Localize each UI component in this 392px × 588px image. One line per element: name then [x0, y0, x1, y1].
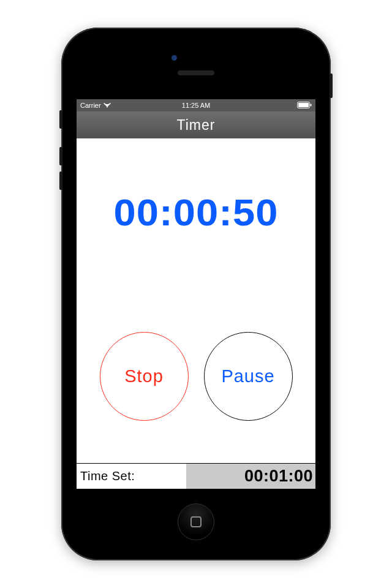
camera-dot: [172, 55, 177, 61]
stop-button-label: Stop: [124, 366, 164, 386]
page-title: Timer: [177, 117, 216, 134]
footer-bar: Time Set: 00:01:00: [77, 463, 315, 489]
time-set-label: Time Set:: [77, 464, 186, 489]
wifi-icon: [104, 102, 111, 109]
carrier-label: Carrier: [80, 102, 101, 109]
volume-down-button: [59, 172, 62, 190]
phone-frame: Carrier 11:25 AM Timer 00:00:50 Stop: [61, 28, 331, 560]
home-button[interactable]: [178, 503, 214, 540]
battery-icon: [297, 102, 312, 110]
pause-button[interactable]: Pause: [204, 332, 293, 421]
home-icon: [190, 516, 202, 527]
svg-rect-2: [311, 104, 312, 106]
timer-display: 00:00:50: [70, 190, 322, 234]
svg-rect-1: [298, 103, 309, 107]
stop-button[interactable]: Stop: [100, 332, 189, 421]
buttons-row: Stop Pause: [77, 332, 315, 421]
status-time: 11:25 AM: [182, 102, 210, 109]
silence-switch: [59, 110, 62, 129]
speaker-slot: [178, 70, 214, 75]
phone-bezel-top: [67, 34, 325, 99]
volume-up-button: [59, 147, 62, 165]
status-left: Carrier: [80, 102, 111, 109]
time-set-value[interactable]: 00:01:00: [186, 464, 315, 489]
screen: Carrier 11:25 AM Timer 00:00:50 Stop: [77, 99, 315, 489]
content: 00:00:50 Stop Pause Time Set: 00:01:00: [77, 138, 315, 489]
phone-bezel-bottom: [67, 489, 325, 554]
status-bar: Carrier 11:25 AM: [77, 99, 315, 111]
pause-button-label: Pause: [221, 366, 274, 386]
phone-inner: Carrier 11:25 AM Timer 00:00:50 Stop: [67, 34, 325, 554]
power-button: [330, 74, 333, 98]
nav-bar: Timer: [77, 111, 315, 138]
